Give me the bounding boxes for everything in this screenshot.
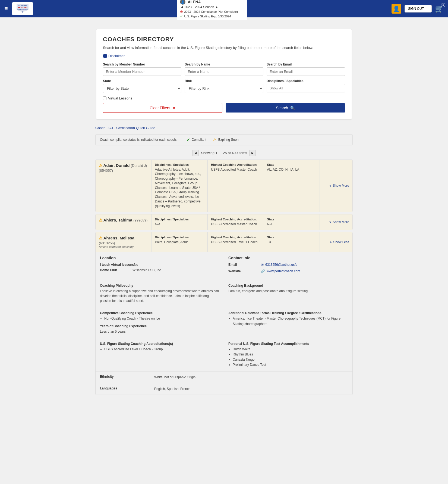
name-label: Search by Name bbox=[185, 63, 263, 66]
expiring-item: ⚠ Expiring Soon bbox=[213, 137, 239, 142]
search-button[interactable]: Search 🔍 bbox=[226, 103, 345, 113]
accreditation-cell-ahlers: Highest Coaching Accreditation: USFS Acc… bbox=[208, 214, 264, 230]
state-label: State bbox=[103, 79, 181, 83]
compliance-box: Coach compliance status is indicated for… bbox=[95, 134, 353, 145]
email-input[interactable] bbox=[267, 67, 345, 76]
state-label-ahlers: State bbox=[267, 218, 317, 221]
competitive-label: Competitive Coaching Experience bbox=[100, 311, 219, 315]
state-cell-ahlers: State N/A bbox=[264, 214, 320, 230]
coach-name-adair: ⚠ Adair, Donald (Donald J) (854057) bbox=[99, 163, 148, 173]
state-select[interactable]: Filter by State bbox=[103, 84, 181, 93]
list-item: USFS Accredited Level 1 Coach - Group bbox=[104, 347, 219, 352]
coach-name-cell-adair: ⚠ Adair, Donald (Donald J) (854057) bbox=[96, 160, 152, 212]
exp-status-row: ✓ U.S. Figure Skating Exp: 6/30/2024 bbox=[180, 14, 244, 18]
compliance-icon: ⊘ bbox=[180, 10, 183, 14]
member-number-input[interactable] bbox=[103, 67, 181, 76]
disciplines-value-ahlers: N/A bbox=[155, 222, 204, 227]
home-club-row: Home Club Wisconsin FSC, Inc. bbox=[100, 268, 219, 272]
coach-id-adair: (Donald J) (854057) bbox=[99, 164, 147, 173]
languages-row: Languages English, Spanish, French bbox=[96, 383, 352, 395]
sign-out-button[interactable]: SIGN OUT → bbox=[405, 5, 432, 13]
state-value-adair: AL, AZ, CO, HI, IA, LA bbox=[267, 167, 317, 172]
competitive-training-section: Competitive Coaching Experience Non-Qual… bbox=[96, 307, 352, 338]
page-description: Search for and view information for all … bbox=[103, 45, 345, 51]
state-label-adair: State bbox=[267, 163, 317, 166]
sign-out-label: SIGN OUT bbox=[408, 7, 424, 11]
list-item: Canasta Tango bbox=[233, 357, 348, 362]
location-contact-section: Location I teach virtual lessons No Home… bbox=[96, 252, 352, 280]
philosophy-label: Coaching Philosophy bbox=[100, 284, 219, 288]
competitive-col: Competitive Coaching Experience Non-Qual… bbox=[96, 307, 224, 338]
email-link[interactable]: 6313256@aether.usfs bbox=[265, 263, 297, 267]
accreditation-value-ahlers: USFS Accredited Master Coach bbox=[211, 222, 260, 227]
quick-guide-link[interactable]: Coach I.C.E. Certification Quick Guide bbox=[95, 126, 353, 130]
name-input[interactable] bbox=[185, 67, 263, 76]
show-more-label-ahlers: Show More bbox=[333, 220, 349, 224]
next-page-button[interactable]: ► bbox=[249, 150, 256, 156]
header: ≡ US FIGURE SKATING MEMBERS ONLY 👤 AL bbox=[0, 0, 448, 17]
rink-label: Rink bbox=[185, 79, 263, 83]
header-left: ≡ US FIGURE SKATING MEMBERS ONLY bbox=[4, 2, 33, 15]
user-icon: 👤 bbox=[180, 0, 185, 5]
disciplines-value-adair: Adaptive Athletes, Adult, Choreography -… bbox=[155, 167, 204, 208]
coach-card-header-ahrens: ⚠ Ahrens, Melissa (6313256) Athlete-cent… bbox=[96, 232, 352, 252]
name-group: Search by Name bbox=[185, 63, 263, 76]
cart-badge: 0 bbox=[441, 3, 445, 7]
ethnicity-row: Ethnicity White, not of Hispanic Origin bbox=[96, 371, 352, 383]
accreditations-list: USFS Accredited Level 1 Coach - Group bbox=[104, 347, 219, 352]
hamburger-menu[interactable]: ≡ bbox=[4, 5, 8, 12]
header-right: 👤 SIGN OUT → 🛒 0 bbox=[392, 4, 444, 14]
location-heading: Location bbox=[100, 256, 219, 260]
email-val-wrap: ✉ 6313256@aether.usfs bbox=[261, 263, 297, 268]
compliance-status-row: ⊘ 2023 - 2024 Compliance (Not Complete) bbox=[180, 10, 244, 14]
state-cell-adair: State AL, AZ, CO, HI, IA, LA bbox=[264, 160, 320, 212]
show-more-adair[interactable]: ∨ Show More bbox=[320, 160, 352, 212]
logo[interactable]: US FIGURE SKATING MEMBERS ONLY bbox=[12, 2, 33, 15]
disciplines-value-ahrens: Pairs, Collegiate, Adult bbox=[155, 240, 204, 245]
disclaimer-text: Disclaimer bbox=[108, 54, 125, 58]
disciplines-input[interactable] bbox=[267, 84, 345, 92]
page-title: COACHES DIRECTORY bbox=[103, 36, 345, 43]
chevron-up-icon-ahrens: ∧ bbox=[330, 240, 332, 244]
state-label-ahrens: State bbox=[267, 236, 317, 239]
season-label: 2023—2024 Season bbox=[184, 5, 214, 9]
disclaimer-link[interactable]: i Disclaimer bbox=[103, 54, 345, 58]
accreditation-label-adair: Highest Coaching Accreditation: bbox=[211, 163, 260, 166]
accreditation-label-ahrens: Highest Coaching Accreditation: bbox=[211, 236, 260, 239]
virtual-label: Virtual Lessons bbox=[108, 96, 132, 100]
season-next-arrow[interactable]: ► bbox=[215, 5, 219, 9]
search-row2: State Filter by State Rink Filter by Rin… bbox=[103, 79, 345, 93]
coach-card-header-adair: ⚠ Adair, Donald (Donald J) (854057) Disc… bbox=[96, 160, 352, 212]
show-more-ahlers[interactable]: ∨ Show More bbox=[320, 214, 352, 230]
background-col: Coaching Background I am fun, energetic … bbox=[224, 280, 352, 307]
disciplines-group: Disciplines / Specialties bbox=[267, 79, 345, 93]
rink-select[interactable]: Filter by Rink bbox=[185, 84, 263, 93]
ethnicity-inner: Ethnicity White, not of Hispanic Origin bbox=[100, 375, 348, 380]
show-less-ahrens[interactable]: ∧ Show Less bbox=[320, 232, 352, 252]
virtual-lessons-row: I teach virtual lessons No bbox=[100, 263, 219, 267]
website-link[interactable]: www.perfectcoach.com bbox=[267, 269, 300, 273]
season-prev-arrow[interactable]: ◄ bbox=[180, 5, 183, 9]
page-info: Showing 1 — 25 of 400 items bbox=[201, 151, 247, 155]
cart-button[interactable]: 🛒 0 bbox=[435, 5, 444, 13]
accreditations-col: U.S. Figure Skating Coaching Accreditati… bbox=[96, 338, 224, 371]
expiring-label: Expiring Soon bbox=[218, 138, 239, 142]
prev-page-button[interactable]: ◄ bbox=[192, 150, 199, 156]
email-row: Email ✉ 6313256@aether.usfs bbox=[228, 263, 348, 268]
svg-point-4 bbox=[22, 11, 23, 13]
website-val-wrap: 🔗 www.perfectcoach.com bbox=[261, 269, 300, 274]
virtual-checkbox[interactable] bbox=[103, 96, 106, 100]
rink-group: Rink Filter by Rink bbox=[185, 79, 263, 93]
disciplines-label-ahlers: Disciplines / Specialties bbox=[155, 218, 204, 221]
coach-card-adair: ⚠ Adair, Donald (Donald J) (854057) Disc… bbox=[95, 160, 353, 212]
search-grid: Search by Member Number Search by Name S… bbox=[103, 63, 345, 76]
coach-card-header-ahlers: ⚠ Ahlers, Tahlma (999089) Disciplines / … bbox=[96, 214, 352, 230]
list-item: Non-Qualifying Coach - Theatre on Ice bbox=[104, 316, 219, 321]
compliant-label: Compliant bbox=[192, 138, 206, 142]
coach-details-ahrens: Location I teach virtual lessons No Home… bbox=[96, 252, 352, 395]
clear-filters-button[interactable]: Clear Filters ✕ bbox=[103, 103, 222, 113]
logo-image: US FIGURE SKATING MEMBERS ONLY bbox=[14, 3, 31, 14]
list-item: Dutch Waltz bbox=[233, 347, 348, 352]
coach-id-ahlers: (999089) bbox=[133, 218, 147, 222]
user-name: ALENA bbox=[188, 0, 201, 4]
